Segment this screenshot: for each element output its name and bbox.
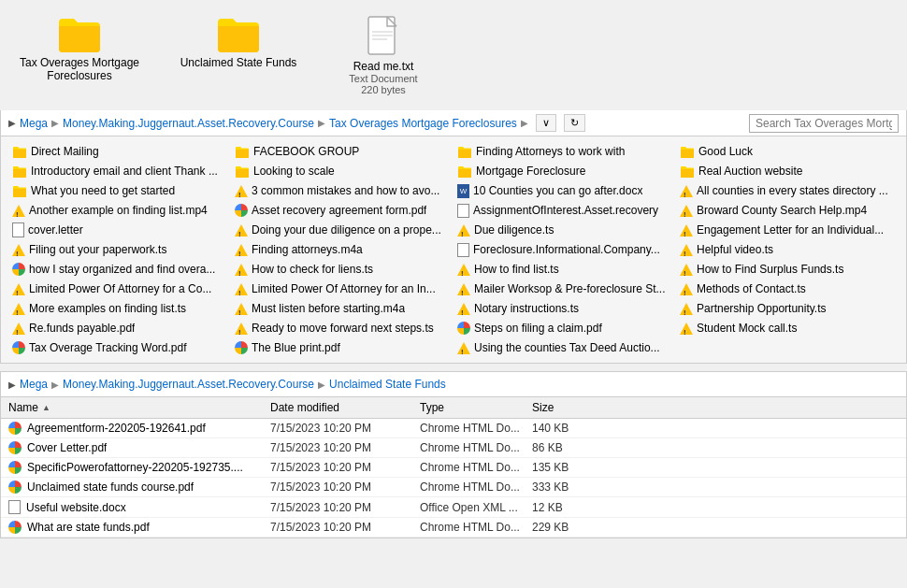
- list-item[interactable]: Another example on finding list.mp4: [8, 201, 227, 220]
- list-item[interactable]: Methods of Contact.ts: [676, 280, 895, 298]
- type-cell: Chrome HTML Do...: [420, 441, 532, 454]
- folder-icon: [457, 146, 472, 158]
- file-readme[interactable]: Read me.txt Text Document 220 bytes: [337, 15, 430, 95]
- item-text: How to find list.ts: [474, 261, 559, 278]
- list-item[interactable]: Tax Overage Tracking Word.pdf: [8, 338, 227, 357]
- col-header-date[interactable]: Date modified: [270, 401, 420, 414]
- item-text: Mortgage Foreclosure: [476, 163, 585, 179]
- list-item[interactable]: Student Mock call.ts: [676, 319, 895, 337]
- col-header-type[interactable]: Type: [420, 401, 532, 414]
- list-item[interactable]: Good Luck: [676, 142, 895, 161]
- list-item[interactable]: The Blue print.pdf: [231, 338, 450, 357]
- col-header-name[interactable]: Name ▲: [8, 401, 270, 414]
- list-item[interactable]: cover.letter: [8, 221, 227, 239]
- table-row[interactable]: Useful website.docx 7/15/2023 10:20 PM O…: [1, 497, 906, 518]
- warning-icon: [12, 205, 25, 217]
- list-item[interactable]: W 10 Counties you can go after.docx: [454, 181, 672, 200]
- date-cell: 7/15/2023 10:20 PM: [270, 441, 420, 454]
- list-item[interactable]: Finding Attorneys to work with: [454, 142, 672, 161]
- folder-icon-large-2: [216, 15, 261, 52]
- warning-icon: [457, 224, 470, 237]
- item-text: Direct Mailing: [31, 143, 99, 160]
- warning-icon: [12, 283, 25, 295]
- item-text: Introductory email and client Thank ...: [31, 163, 218, 179]
- file-name-readme: Read me.txt: [353, 60, 414, 73]
- list-item[interactable]: Must listen before starting.m4a: [231, 299, 450, 318]
- list-item[interactable]: Direct Mailing: [8, 142, 227, 161]
- list-item[interactable]: Mailer Worksop & Pre-foreclosure St...: [454, 280, 672, 298]
- list-item[interactable]: Looking to scale: [231, 162, 450, 180]
- refresh-btn[interactable]: ↻: [564, 114, 585, 132]
- table-row[interactable]: SpecificPowerofattorney-220205-192735...…: [1, 458, 906, 478]
- top-panel: Tax Overages Mortgage Foreclosures Uncla…: [0, 0, 907, 110]
- item-text: how I stay organized and find overa...: [29, 261, 215, 278]
- table-row[interactable]: What are state funds.pdf 7/15/2023 10:20…: [1, 518, 906, 538]
- table-row[interactable]: Unclaimed state funds course.pdf 7/15/20…: [1, 478, 906, 497]
- item-text: FACEBOOK GROUP: [253, 143, 359, 160]
- list-item[interactable]: Asset recovery agreement form.pdf: [231, 201, 450, 220]
- list-item[interactable]: FACEBOOK GROUP: [231, 142, 450, 161]
- list-item[interactable]: Mortgage Foreclosure: [454, 162, 672, 180]
- list-item[interactable]: Foreclosure.Informational.Company...: [454, 240, 672, 259]
- list-item[interactable]: Engagement Letter for an Individual...: [676, 221, 895, 239]
- folder-icon: [12, 185, 27, 197]
- item-text: Using the counties Tax Deed Auctio...: [474, 339, 660, 356]
- list-item[interactable]: Introductory email and client Thank ...: [8, 162, 227, 180]
- crumb2-unclaimed[interactable]: Unclaimed State Funds: [329, 378, 446, 391]
- item-text: What you need to get started: [31, 182, 175, 199]
- folder-icon-large: [57, 15, 102, 52]
- list-item[interactable]: More examples on finding list.ts: [8, 299, 227, 318]
- list-item[interactable]: Limited Power Of Attorney for an In...: [231, 280, 450, 298]
- list-item[interactable]: Partnership Opportunity.ts: [676, 299, 895, 318]
- list-item[interactable]: Notary instructions.ts: [454, 299, 672, 318]
- file-name: Cover Letter.pdf: [27, 441, 107, 454]
- list-item[interactable]: Due diligence.ts: [454, 221, 672, 239]
- folder-icon: [457, 165, 472, 178]
- crumb-mega[interactable]: Mega: [20, 117, 48, 130]
- chrome-icon: [8, 480, 22, 494]
- warning-icon: [457, 264, 470, 276]
- expand-arrow-2[interactable]: ▶: [8, 380, 16, 390]
- file-name: SpecificPowerofattorney-220205-192735...…: [27, 461, 243, 474]
- item-text: cover.letter: [28, 222, 83, 238]
- crumb2-mega[interactable]: Mega: [20, 378, 48, 391]
- size-cell: 229 KB: [532, 521, 607, 534]
- list-item[interactable]: how I stay organized and find overa...: [8, 260, 227, 279]
- list-item[interactable]: AssignmentOfInterest.Asset.recovery: [454, 201, 672, 220]
- sort-arrow: ▲: [42, 403, 50, 412]
- col-header-size[interactable]: Size: [532, 401, 607, 414]
- crumb2-course[interactable]: Money.Making.Juggernaut.Asset.Recovery.C…: [63, 378, 314, 391]
- list-item[interactable]: Finding attorneys.m4a: [231, 240, 450, 259]
- list-item[interactable]: What you need to get started: [8, 181, 227, 200]
- expand-arrow[interactable]: ▶: [8, 118, 16, 128]
- list-item[interactable]: 3 common mistakes and how to avo...: [231, 181, 450, 200]
- crumb-course[interactable]: Money.Making.Juggernaut.Asset.Recovery.C…: [63, 117, 314, 130]
- table-row[interactable]: Agreementform-220205-192641.pdf 7/15/202…: [1, 419, 906, 438]
- list-item[interactable]: Real Auction website: [676, 162, 895, 180]
- list-item[interactable]: How to check for liens.ts: [231, 260, 450, 279]
- item-text: How to check for liens.ts: [252, 261, 373, 278]
- detail-header: Name ▲ Date modified Type Size: [1, 397, 906, 419]
- type-cell: Chrome HTML Do...: [420, 461, 532, 474]
- list-item[interactable]: Using the counties Tax Deed Auctio...: [454, 338, 672, 357]
- list-item[interactable]: Steps on filing a claim.pdf: [454, 319, 672, 337]
- list-item[interactable]: How to Find Surplus Funds.ts: [676, 260, 895, 279]
- list-item[interactable]: All counties in every states directory .…: [676, 181, 895, 200]
- list-item[interactable]: Re.funds payable.pdf: [8, 319, 227, 337]
- warning-icon: [680, 303, 693, 315]
- list-item[interactable]: Helpful video.ts: [676, 240, 895, 259]
- dropdown-btn[interactable]: ∨: [536, 114, 556, 132]
- list-item[interactable]: How to find list.ts: [454, 260, 672, 279]
- folder-tax-overages[interactable]: Tax Overages Mortgage Foreclosures: [19, 15, 140, 82]
- list-item[interactable]: Broward County Search Help.mp4: [676, 201, 895, 220]
- list-item[interactable]: Doing your due diligence on a prope...: [231, 221, 450, 239]
- folder-unclaimed-state[interactable]: Unclaimed State Funds: [178, 15, 299, 69]
- list-item[interactable]: Limited Power Of Attorney for a Co...: [8, 280, 227, 298]
- crumb-tax[interactable]: Tax Overages Mortgage Foreclosures: [329, 117, 517, 130]
- list-item[interactable]: Ready to move forward next steps.ts: [231, 319, 450, 337]
- list-item[interactable]: Filing out your paperwork.ts: [8, 240, 227, 259]
- size-cell: 135 KB: [532, 461, 607, 474]
- table-row[interactable]: Cover Letter.pdf 7/15/2023 10:20 PM Chro…: [1, 438, 906, 458]
- search-input-1[interactable]: [749, 114, 899, 133]
- chrome-icon: [12, 263, 25, 276]
